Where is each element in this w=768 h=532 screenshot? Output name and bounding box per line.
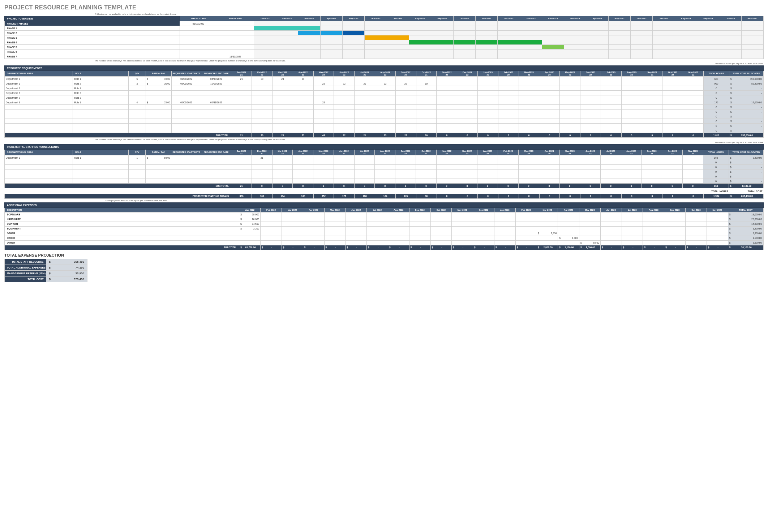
expense-month-cell[interactable]	[324, 217, 346, 222]
month-value-cell[interactable]	[457, 100, 478, 105]
gantt-cell[interactable]	[741, 21, 763, 26]
month-value-cell[interactable]	[313, 165, 334, 170]
month-value-cell[interactable]	[498, 95, 519, 100]
month-value-cell[interactable]	[375, 119, 395, 124]
expense-month-cell[interactable]	[282, 212, 303, 217]
month-value-cell[interactable]	[539, 119, 560, 124]
expense-month-cell[interactable]	[494, 217, 515, 222]
month-value-cell[interactable]	[683, 179, 703, 184]
expense-month-cell[interactable]	[261, 236, 282, 240]
gantt-cell[interactable]	[631, 50, 653, 54]
expense-month-cell[interactable]	[367, 231, 388, 236]
month-value-cell[interactable]	[662, 179, 683, 184]
month-value-cell[interactable]	[662, 124, 683, 128]
qty-cell[interactable]: 4	[129, 100, 146, 105]
expense-month-cell[interactable]	[388, 240, 409, 245]
month-value-cell[interactable]	[334, 160, 354, 165]
month-value-cell[interactable]	[375, 179, 395, 184]
month-value-cell[interactable]	[519, 77, 539, 81]
expense-desc[interactable]: OTHER	[5, 240, 239, 245]
month-value-cell[interactable]	[580, 128, 601, 133]
qty-cell[interactable]	[129, 179, 146, 184]
month-value-cell[interactable]	[477, 165, 498, 170]
gantt-cell[interactable]	[365, 54, 387, 59]
month-value-cell[interactable]	[478, 91, 498, 95]
expense-month-cell[interactable]	[515, 217, 537, 222]
month-value-cell[interactable]	[231, 165, 252, 170]
month-value-cell[interactable]	[395, 95, 416, 100]
month-value-cell[interactable]	[416, 86, 437, 91]
expense-month-cell[interactable]	[239, 231, 261, 236]
month-value-cell[interactable]	[272, 155, 293, 160]
gantt-cell[interactable]	[741, 40, 763, 45]
expense-month-cell[interactable]	[622, 240, 643, 245]
gantt-cell[interactable]	[719, 35, 741, 40]
month-value-cell[interactable]	[334, 124, 355, 128]
gantt-cell[interactable]	[387, 35, 409, 40]
gantt-cell[interactable]	[564, 54, 586, 59]
month-value-cell[interactable]	[560, 119, 580, 124]
gantt-cell[interactable]	[697, 40, 719, 45]
expense-month-cell[interactable]	[430, 226, 452, 231]
month-value-cell[interactable]	[436, 160, 457, 165]
expense-month-cell[interactable]	[282, 222, 303, 226]
expense-month-cell[interactable]	[282, 217, 303, 222]
qty-cell[interactable]	[129, 119, 146, 124]
month-value-cell[interactable]: 21	[355, 81, 375, 86]
month-value-cell[interactable]	[252, 110, 273, 114]
role-cell[interactable]	[73, 165, 129, 170]
gantt-cell[interactable]	[608, 21, 630, 26]
month-value-cell[interactable]	[498, 170, 519, 174]
qty-cell[interactable]: 1	[129, 155, 146, 160]
org-area-cell[interactable]	[5, 110, 73, 114]
month-value-cell[interactable]	[519, 124, 539, 128]
end-date-cell[interactable]	[201, 95, 231, 100]
month-value-cell[interactable]	[231, 114, 252, 119]
gantt-cell[interactable]	[586, 21, 608, 26]
rate-cell[interactable]	[146, 160, 171, 165]
month-value-cell[interactable]	[580, 95, 601, 100]
month-value-cell[interactable]	[621, 155, 642, 160]
gantt-cell[interactable]	[298, 26, 320, 31]
month-value-cell[interactable]	[539, 105, 560, 110]
month-value-cell[interactable]	[621, 95, 642, 100]
month-value-cell[interactable]	[662, 105, 683, 110]
role-cell[interactable]	[73, 179, 129, 184]
month-value-cell[interactable]	[293, 179, 313, 184]
org-area-cell[interactable]: Department 2	[5, 86, 73, 91]
gantt-cell[interactable]	[453, 45, 475, 50]
gantt-cell[interactable]	[697, 35, 719, 40]
month-value-cell[interactable]	[621, 170, 642, 174]
expense-month-cell[interactable]	[622, 231, 643, 236]
gantt-cell[interactable]	[365, 35, 387, 40]
month-value-cell[interactable]	[354, 170, 375, 174]
month-value-cell[interactable]	[395, 124, 416, 128]
end-date-cell[interactable]	[201, 179, 231, 184]
month-value-cell[interactable]	[580, 100, 601, 105]
month-value-cell[interactable]	[621, 124, 642, 128]
gantt-cell[interactable]	[453, 26, 475, 31]
month-value-cell[interactable]	[457, 170, 477, 174]
month-value-cell[interactable]	[580, 179, 601, 184]
gantt-cell[interactable]	[631, 54, 653, 59]
gantt-cell[interactable]	[409, 26, 431, 31]
month-value-cell[interactable]	[683, 128, 704, 133]
month-value-cell[interactable]	[272, 86, 293, 91]
month-value-cell[interactable]	[375, 170, 395, 174]
start-date-cell[interactable]	[171, 119, 201, 124]
gantt-cell[interactable]	[608, 35, 630, 40]
expense-month-cell[interactable]	[579, 217, 601, 222]
month-value-cell[interactable]	[621, 114, 642, 119]
expense-desc[interactable]: SOFTWARE	[5, 212, 239, 217]
gantt-cell[interactable]	[475, 45, 497, 50]
month-value-cell[interactable]	[313, 114, 334, 119]
gantt-cell[interactable]	[520, 54, 542, 59]
month-value-cell[interactable]	[293, 110, 313, 114]
role-cell[interactable]: Role 2	[73, 81, 129, 86]
expense-month-cell[interactable]	[409, 217, 430, 222]
month-value-cell[interactable]	[580, 110, 601, 114]
expense-month-cell[interactable]	[430, 212, 452, 217]
month-value-cell[interactable]	[272, 114, 293, 119]
month-value-cell[interactable]	[621, 165, 642, 170]
month-value-cell[interactable]	[560, 105, 580, 110]
